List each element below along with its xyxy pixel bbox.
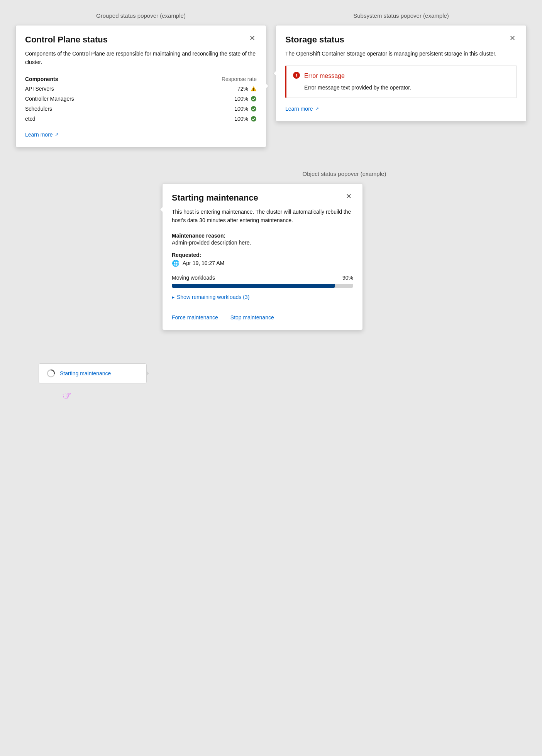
- progress-label: Moving workloads: [172, 275, 215, 281]
- response-rate-col-header: Response rate: [160, 74, 257, 84]
- error-title: Error message: [304, 73, 345, 79]
- component-name: Schedulers: [25, 104, 160, 114]
- cursor-hand-icon: ☞: [61, 389, 73, 403]
- force-maintenance-button[interactable]: Force maintenance: [172, 314, 218, 321]
- top-popovers-row: Grouped status popover (example) Control…: [15, 12, 527, 147]
- bottom-area: Starting maintenance ☞ Object status pop…: [15, 170, 527, 383]
- components-table: Components Response rate API Servers 72%: [25, 74, 257, 124]
- ok-icon: [251, 116, 257, 122]
- component-rate: 100%: [160, 94, 257, 104]
- subsystem-popover-card: Storage status ✕ The OpenShift Container…: [276, 25, 527, 122]
- requested-value: Apr 19, 10:27 AM: [183, 260, 224, 266]
- action-buttons-row: Force maintenance Stop maintenance: [172, 308, 353, 321]
- ok-icon: [251, 96, 257, 102]
- grouped-section-label: Grouped status popover (example): [15, 12, 266, 19]
- grouped-popover-header: Control Plane status ✕: [25, 35, 257, 45]
- table-row: Controller Managers 100%: [25, 94, 257, 104]
- svg-text:!: !: [253, 88, 254, 91]
- object-popover-close-button[interactable]: ✕: [344, 193, 353, 200]
- subsystem-popover-col: Subsystem status popover (example) Stora…: [276, 12, 527, 147]
- show-workloads-link[interactable]: Show remaining workloads (3): [177, 294, 249, 300]
- progress-pct: 90%: [342, 275, 353, 281]
- table-row: API Servers 72% !: [25, 84, 257, 94]
- progress-bar-fill: [172, 284, 335, 288]
- component-name: Controller Managers: [25, 94, 160, 104]
- object-popover-header: Starting maintenance ✕: [172, 193, 353, 203]
- grouped-popover-close-button[interactable]: ✕: [248, 35, 257, 42]
- component-name: API Servers: [25, 84, 160, 94]
- subsystem-learn-more-link[interactable]: Learn more ↗: [285, 106, 319, 112]
- status-widget: Starting maintenance ☞: [39, 363, 147, 383]
- object-popover-description: This host is entering maintenance. The c…: [172, 208, 353, 225]
- stop-maintenance-button[interactable]: Stop maintenance: [230, 314, 274, 321]
- object-popover-title: Starting maintenance: [172, 193, 258, 203]
- requested-row: 🌐 Apr 19, 10:27 AM: [172, 260, 353, 267]
- error-header: ! Error message: [293, 71, 510, 80]
- components-col-header: Components: [25, 74, 160, 84]
- chevron-right-icon: ▸: [172, 294, 174, 300]
- svg-point-3: [251, 106, 256, 111]
- requested-label: Requested:: [172, 252, 353, 258]
- left-status-col: Starting maintenance ☞: [15, 170, 162, 383]
- subsystem-section-label: Subsystem status popover (example): [276, 12, 527, 19]
- maintenance-reason-label: Maintenance reason:: [172, 233, 353, 239]
- component-rate: 72% !: [160, 84, 257, 94]
- external-link-icon: ↗: [315, 106, 319, 111]
- globe-icon: 🌐: [172, 260, 180, 267]
- object-section-label: Object status popover (example): [162, 170, 527, 177]
- maintenance-reason-section: Maintenance reason: Admin-provided descr…: [172, 233, 353, 246]
- spinning-icon: [47, 369, 55, 378]
- svg-point-2: [251, 96, 256, 101]
- component-rate: 100%: [160, 104, 257, 114]
- page-container: Grouped status popover (example) Control…: [0, 0, 542, 396]
- subsystem-popover-title: Storage status: [285, 35, 344, 45]
- show-workloads-row: ▸ Show remaining workloads (3): [172, 294, 353, 300]
- error-box: ! Error message Error message text provi…: [285, 66, 517, 98]
- starting-maintenance-link[interactable]: Starting maintenance: [60, 370, 111, 376]
- grouped-learn-more-link[interactable]: Learn more ↗: [25, 132, 59, 138]
- svg-text:!: !: [296, 73, 297, 78]
- grouped-popover-title: Control Plane status: [25, 35, 108, 45]
- progress-bar-background: [172, 284, 353, 288]
- grouped-popover-card: Control Plane status ✕ Components of the…: [15, 25, 266, 147]
- subsystem-popover-description: The OpenShift Container Storage operator…: [285, 49, 517, 58]
- progress-header: Moving workloads 90%: [172, 275, 353, 281]
- subsystem-popover-header: Storage status ✕: [285, 35, 517, 45]
- right-obj-col: Object status popover (example) Starting…: [162, 170, 527, 330]
- grouped-popover-description: Components of the Control Plane are resp…: [25, 49, 257, 67]
- requested-section: Requested: 🌐 Apr 19, 10:27 AM: [172, 252, 353, 267]
- grouped-popover-col: Grouped status popover (example) Control…: [15, 12, 266, 147]
- subsystem-popover-close-button[interactable]: ✕: [508, 35, 517, 42]
- maintenance-reason-value: Admin-provided description here.: [172, 240, 353, 246]
- component-rate: 100%: [160, 114, 257, 124]
- error-body: Error message text provided by the opera…: [293, 83, 510, 92]
- external-link-icon: ↗: [55, 132, 59, 137]
- ok-icon: [251, 106, 257, 112]
- error-circle-icon: !: [293, 71, 300, 80]
- table-row: etcd 100%: [25, 114, 257, 124]
- table-row: Schedulers 100%: [25, 104, 257, 114]
- svg-point-4: [251, 116, 256, 122]
- component-name: etcd: [25, 114, 160, 124]
- warning-icon: !: [251, 86, 257, 92]
- object-popover-card: Starting maintenance ✕ This host is ente…: [162, 183, 363, 330]
- progress-section: Moving workloads 90%: [172, 275, 353, 288]
